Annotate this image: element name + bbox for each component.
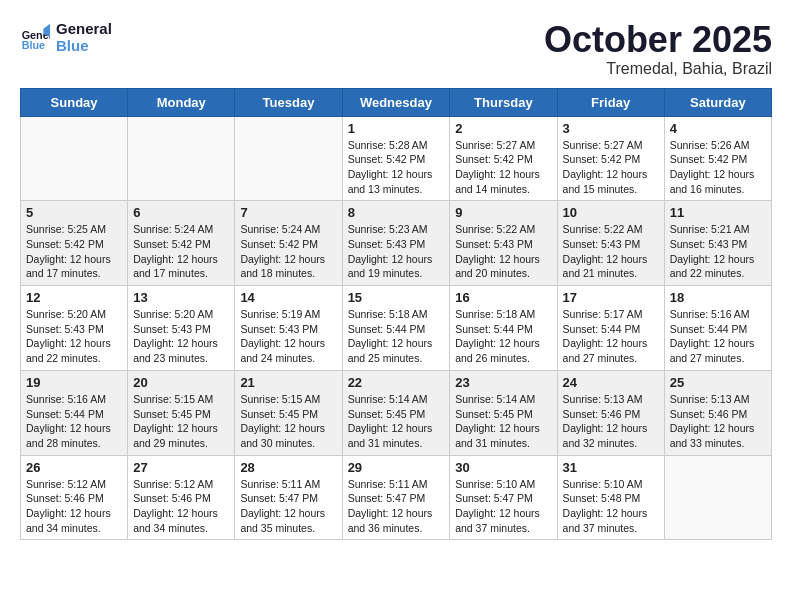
- calendar-week-row: 1Sunrise: 5:28 AM Sunset: 5:42 PM Daylig…: [21, 116, 772, 201]
- day-number: 31: [563, 460, 659, 475]
- calendar-day-cell: 16Sunrise: 5:18 AM Sunset: 5:44 PM Dayli…: [450, 286, 557, 371]
- logo-text-general: General: [56, 20, 112, 37]
- calendar-day-cell: [235, 116, 342, 201]
- day-info: Sunrise: 5:22 AM Sunset: 5:43 PM Dayligh…: [563, 222, 659, 281]
- weekday-header-tuesday: Tuesday: [235, 88, 342, 116]
- calendar-day-cell: 2Sunrise: 5:27 AM Sunset: 5:42 PM Daylig…: [450, 116, 557, 201]
- day-number: 7: [240, 205, 336, 220]
- weekday-header-monday: Monday: [128, 88, 235, 116]
- day-number: 24: [563, 375, 659, 390]
- calendar-day-cell: 25Sunrise: 5:13 AM Sunset: 5:46 PM Dayli…: [664, 370, 771, 455]
- calendar-week-row: 5Sunrise: 5:25 AM Sunset: 5:42 PM Daylig…: [21, 201, 772, 286]
- weekday-header-row: SundayMondayTuesdayWednesdayThursdayFrid…: [21, 88, 772, 116]
- day-number: 9: [455, 205, 551, 220]
- calendar-day-cell: 20Sunrise: 5:15 AM Sunset: 5:45 PM Dayli…: [128, 370, 235, 455]
- day-info: Sunrise: 5:13 AM Sunset: 5:46 PM Dayligh…: [563, 392, 659, 451]
- calendar-day-cell: 22Sunrise: 5:14 AM Sunset: 5:45 PM Dayli…: [342, 370, 450, 455]
- day-info: Sunrise: 5:27 AM Sunset: 5:42 PM Dayligh…: [455, 138, 551, 197]
- day-number: 19: [26, 375, 122, 390]
- day-number: 26: [26, 460, 122, 475]
- day-number: 23: [455, 375, 551, 390]
- calendar-day-cell: 17Sunrise: 5:17 AM Sunset: 5:44 PM Dayli…: [557, 286, 664, 371]
- calendar-day-cell: 24Sunrise: 5:13 AM Sunset: 5:46 PM Dayli…: [557, 370, 664, 455]
- day-info: Sunrise: 5:28 AM Sunset: 5:42 PM Dayligh…: [348, 138, 445, 197]
- day-info: Sunrise: 5:12 AM Sunset: 5:46 PM Dayligh…: [26, 477, 122, 536]
- calendar-day-cell: 28Sunrise: 5:11 AM Sunset: 5:47 PM Dayli…: [235, 455, 342, 540]
- day-number: 22: [348, 375, 445, 390]
- day-number: 30: [455, 460, 551, 475]
- calendar-day-cell: 7Sunrise: 5:24 AM Sunset: 5:42 PM Daylig…: [235, 201, 342, 286]
- calendar-day-cell: 1Sunrise: 5:28 AM Sunset: 5:42 PM Daylig…: [342, 116, 450, 201]
- day-info: Sunrise: 5:10 AM Sunset: 5:47 PM Dayligh…: [455, 477, 551, 536]
- calendar-day-cell: 14Sunrise: 5:19 AM Sunset: 5:43 PM Dayli…: [235, 286, 342, 371]
- day-number: 4: [670, 121, 766, 136]
- title-block: October 2025 Tremedal, Bahia, Brazil: [544, 20, 772, 78]
- day-info: Sunrise: 5:16 AM Sunset: 5:44 PM Dayligh…: [26, 392, 122, 451]
- weekday-header-saturday: Saturday: [664, 88, 771, 116]
- day-info: Sunrise: 5:24 AM Sunset: 5:42 PM Dayligh…: [133, 222, 229, 281]
- day-number: 15: [348, 290, 445, 305]
- calendar-day-cell: 13Sunrise: 5:20 AM Sunset: 5:43 PM Dayli…: [128, 286, 235, 371]
- calendar-week-row: 19Sunrise: 5:16 AM Sunset: 5:44 PM Dayli…: [21, 370, 772, 455]
- day-info: Sunrise: 5:22 AM Sunset: 5:43 PM Dayligh…: [455, 222, 551, 281]
- weekday-header-friday: Friday: [557, 88, 664, 116]
- day-info: Sunrise: 5:19 AM Sunset: 5:43 PM Dayligh…: [240, 307, 336, 366]
- day-info: Sunrise: 5:17 AM Sunset: 5:44 PM Dayligh…: [563, 307, 659, 366]
- day-number: 11: [670, 205, 766, 220]
- page-header: General Blue General Blue October 2025 T…: [20, 20, 772, 78]
- calendar-day-cell: 27Sunrise: 5:12 AM Sunset: 5:46 PM Dayli…: [128, 455, 235, 540]
- svg-text:Blue: Blue: [22, 39, 45, 51]
- day-number: 1: [348, 121, 445, 136]
- day-number: 12: [26, 290, 122, 305]
- day-number: 27: [133, 460, 229, 475]
- calendar-day-cell: 10Sunrise: 5:22 AM Sunset: 5:43 PM Dayli…: [557, 201, 664, 286]
- calendar-week-row: 12Sunrise: 5:20 AM Sunset: 5:43 PM Dayli…: [21, 286, 772, 371]
- day-number: 17: [563, 290, 659, 305]
- calendar-day-cell: 9Sunrise: 5:22 AM Sunset: 5:43 PM Daylig…: [450, 201, 557, 286]
- day-info: Sunrise: 5:27 AM Sunset: 5:42 PM Dayligh…: [563, 138, 659, 197]
- day-info: Sunrise: 5:18 AM Sunset: 5:44 PM Dayligh…: [455, 307, 551, 366]
- calendar-day-cell: 15Sunrise: 5:18 AM Sunset: 5:44 PM Dayli…: [342, 286, 450, 371]
- calendar-day-cell: 19Sunrise: 5:16 AM Sunset: 5:44 PM Dayli…: [21, 370, 128, 455]
- calendar-day-cell: [128, 116, 235, 201]
- day-info: Sunrise: 5:12 AM Sunset: 5:46 PM Dayligh…: [133, 477, 229, 536]
- calendar-day-cell: 6Sunrise: 5:24 AM Sunset: 5:42 PM Daylig…: [128, 201, 235, 286]
- day-number: 16: [455, 290, 551, 305]
- calendar-day-cell: 11Sunrise: 5:21 AM Sunset: 5:43 PM Dayli…: [664, 201, 771, 286]
- calendar-day-cell: 26Sunrise: 5:12 AM Sunset: 5:46 PM Dayli…: [21, 455, 128, 540]
- day-info: Sunrise: 5:14 AM Sunset: 5:45 PM Dayligh…: [455, 392, 551, 451]
- day-info: Sunrise: 5:15 AM Sunset: 5:45 PM Dayligh…: [133, 392, 229, 451]
- calendar-day-cell: [664, 455, 771, 540]
- calendar-day-cell: 21Sunrise: 5:15 AM Sunset: 5:45 PM Dayli…: [235, 370, 342, 455]
- day-number: 2: [455, 121, 551, 136]
- day-number: 13: [133, 290, 229, 305]
- weekday-header-wednesday: Wednesday: [342, 88, 450, 116]
- day-number: 5: [26, 205, 122, 220]
- calendar-day-cell: 5Sunrise: 5:25 AM Sunset: 5:42 PM Daylig…: [21, 201, 128, 286]
- calendar-day-cell: 30Sunrise: 5:10 AM Sunset: 5:47 PM Dayli…: [450, 455, 557, 540]
- day-number: 6: [133, 205, 229, 220]
- day-number: 14: [240, 290, 336, 305]
- day-info: Sunrise: 5:14 AM Sunset: 5:45 PM Dayligh…: [348, 392, 445, 451]
- day-info: Sunrise: 5:24 AM Sunset: 5:42 PM Dayligh…: [240, 222, 336, 281]
- weekday-header-sunday: Sunday: [21, 88, 128, 116]
- day-number: 8: [348, 205, 445, 220]
- weekday-header-thursday: Thursday: [450, 88, 557, 116]
- calendar-week-row: 26Sunrise: 5:12 AM Sunset: 5:46 PM Dayli…: [21, 455, 772, 540]
- day-info: Sunrise: 5:23 AM Sunset: 5:43 PM Dayligh…: [348, 222, 445, 281]
- day-info: Sunrise: 5:15 AM Sunset: 5:45 PM Dayligh…: [240, 392, 336, 451]
- day-number: 10: [563, 205, 659, 220]
- day-info: Sunrise: 5:13 AM Sunset: 5:46 PM Dayligh…: [670, 392, 766, 451]
- calendar-day-cell: 18Sunrise: 5:16 AM Sunset: 5:44 PM Dayli…: [664, 286, 771, 371]
- day-info: Sunrise: 5:20 AM Sunset: 5:43 PM Dayligh…: [26, 307, 122, 366]
- calendar-day-cell: 23Sunrise: 5:14 AM Sunset: 5:45 PM Dayli…: [450, 370, 557, 455]
- day-info: Sunrise: 5:26 AM Sunset: 5:42 PM Dayligh…: [670, 138, 766, 197]
- day-number: 18: [670, 290, 766, 305]
- day-info: Sunrise: 5:21 AM Sunset: 5:43 PM Dayligh…: [670, 222, 766, 281]
- logo: General Blue General Blue: [20, 20, 112, 54]
- day-number: 29: [348, 460, 445, 475]
- calendar-day-cell: [21, 116, 128, 201]
- calendar-day-cell: 12Sunrise: 5:20 AM Sunset: 5:43 PM Dayli…: [21, 286, 128, 371]
- day-number: 28: [240, 460, 336, 475]
- day-info: Sunrise: 5:11 AM Sunset: 5:47 PM Dayligh…: [240, 477, 336, 536]
